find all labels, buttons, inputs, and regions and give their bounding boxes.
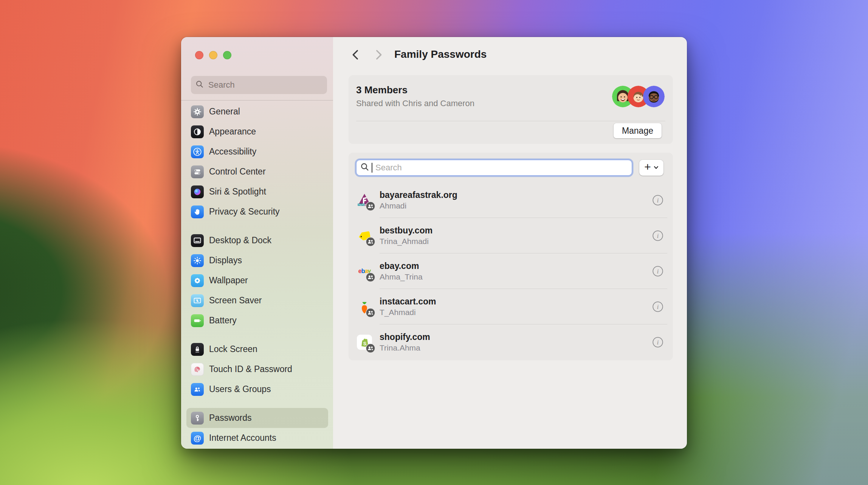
passwords-toolbar: + xyxy=(349,153,673,182)
chevron-down-icon xyxy=(654,165,659,170)
sidebar-item-passwords[interactable]: Passwords xyxy=(186,408,328,428)
gear-icon xyxy=(191,105,204,118)
sidebar-item-appearance[interactable]: Appearance xyxy=(186,122,328,142)
shopify-favicon: S xyxy=(357,335,372,350)
page-title: Family Passwords xyxy=(394,48,487,60)
info-icon[interactable]: i xyxy=(652,195,663,206)
sidebar-group: Desktop & Dock Displays Wallpaper xyxy=(186,230,328,331)
forward-button[interactable] xyxy=(374,49,384,60)
shared-users-badge-icon xyxy=(366,201,375,211)
sidebar-item-siri[interactable]: Siri & Spotlight xyxy=(186,182,328,202)
bestbuy-tag-favicon xyxy=(357,228,372,243)
back-button[interactable] xyxy=(350,49,360,60)
username: Trina_Ahmadi xyxy=(380,237,432,246)
sidebar-item-label: Users & Groups xyxy=(209,384,271,394)
info-icon[interactable]: i xyxy=(652,230,663,241)
password-row[interactable]: ebay ebay.com Ahma_Trina i xyxy=(349,253,673,289)
username: T_Ahmadi xyxy=(380,308,436,317)
sidebar-search-field[interactable] xyxy=(191,76,327,94)
password-row[interactable]: FasTrak bayareafastrak.org Ahmadi i xyxy=(349,182,673,218)
displays-sun-icon xyxy=(191,254,204,267)
wallpaper-flower-icon xyxy=(191,274,204,287)
main-panel: Family Passwords 3 Members Shared with C… xyxy=(333,37,687,449)
sidebar-item-internet-accounts[interactable]: @ Internet Accounts xyxy=(186,428,328,448)
shared-users-badge-icon xyxy=(366,343,375,353)
members-card-divider xyxy=(356,121,665,121)
site-name: bayareafastrak.org xyxy=(380,190,457,200)
close-button[interactable] xyxy=(195,51,203,59)
sidebar-item-label: Siri & Spotlight xyxy=(209,187,266,197)
sidebar-group: General Appearance Accessibility xyxy=(186,102,328,222)
shared-users-badge-icon xyxy=(366,308,375,318)
sidebar: General Appearance Accessibility xyxy=(181,37,333,449)
plus-icon: + xyxy=(644,161,651,173)
sidebar-item-desktop-dock[interactable]: Desktop & Dock xyxy=(186,230,328,250)
users-icon xyxy=(191,383,204,396)
password-row[interactable]: instacart.com T_Ahmadi i xyxy=(349,289,673,324)
username: Ahma_Trina xyxy=(380,272,423,281)
screen-saver-icon xyxy=(191,294,204,307)
sidebar-item-battery[interactable]: Battery xyxy=(186,310,328,331)
username: Trina.Ahma xyxy=(380,343,430,352)
sidebar-item-wallpaper[interactable]: Wallpaper xyxy=(186,270,328,290)
desktop-dock-icon xyxy=(191,234,204,247)
ebay-favicon: ebay xyxy=(357,264,372,279)
info-icon[interactable]: i xyxy=(652,301,663,312)
manage-button[interactable]: Manage xyxy=(614,123,662,138)
sidebar-group: Passwords @ Internet Accounts xyxy=(186,408,328,448)
sidebar-item-touch-id[interactable]: Touch ID & Password xyxy=(186,359,328,379)
password-row[interactable]: S shopify.com Trina.Ahma i xyxy=(349,324,673,360)
sidebar-item-general[interactable]: General xyxy=(186,102,328,122)
lock-icon xyxy=(191,343,204,356)
fingerprint-icon xyxy=(191,363,204,376)
title-bar: Family Passwords xyxy=(333,37,687,73)
zoom-button[interactable] xyxy=(223,51,231,59)
svg-text:i: i xyxy=(657,233,659,239)
info-icon[interactable]: i xyxy=(652,337,663,348)
siri-icon xyxy=(191,185,204,198)
shared-users-badge-icon xyxy=(366,272,375,282)
sidebar-item-displays[interactable]: Displays xyxy=(186,250,328,270)
sidebar-item-privacy[interactable]: Privacy & Security xyxy=(186,202,328,222)
sidebar-item-label: Touch ID & Password xyxy=(209,364,292,374)
passwords-card: + FasTrak bayareafastr xyxy=(349,153,673,360)
sidebar-item-label: Privacy & Security xyxy=(209,207,280,217)
username: Ahmadi xyxy=(380,201,457,210)
password-row[interactable]: bestbuy.com Trina_Ahmadi i xyxy=(349,218,673,253)
svg-text:i: i xyxy=(657,268,659,275)
sidebar-item-label: Control Center xyxy=(209,167,266,177)
site-name: ebay.com xyxy=(380,261,423,271)
password-entry-text: shopify.com Trina.Ahma xyxy=(380,332,430,352)
info-icon[interactable]: i xyxy=(652,266,663,277)
svg-text:i: i xyxy=(657,304,659,310)
password-entry-text: bestbuy.com Trina_Ahmadi xyxy=(380,226,432,246)
member-avatars xyxy=(612,86,665,107)
sidebar-item-control-center[interactable]: Control Center xyxy=(186,162,328,182)
svg-text:i: i xyxy=(657,197,659,204)
privacy-hand-icon xyxy=(191,205,204,218)
site-name: shopify.com xyxy=(380,332,430,342)
site-name: bestbuy.com xyxy=(380,226,432,236)
members-count: 3 Members xyxy=(356,84,408,96)
add-password-button[interactable]: + xyxy=(639,160,663,176)
minimize-button[interactable] xyxy=(209,51,217,59)
members-card: 3 Members Shared with Chris and Cameron … xyxy=(349,75,673,144)
sidebar-search-input[interactable] xyxy=(208,80,317,90)
desktop-wallpaper: General Appearance Accessibility xyxy=(0,0,868,485)
passwords-search-field[interactable] xyxy=(356,160,632,176)
battery-icon xyxy=(191,314,204,327)
sidebar-item-label: Lock Screen xyxy=(209,344,257,354)
sidebar-item-screen-saver[interactable]: Screen Saver xyxy=(186,290,328,310)
sidebar-nav: General Appearance Accessibility xyxy=(186,102,328,448)
members-subtitle: Shared with Chris and Cameron xyxy=(356,99,474,108)
sidebar-item-label: Accessibility xyxy=(209,147,256,157)
sidebar-item-lock-screen[interactable]: Lock Screen xyxy=(186,339,328,359)
sidebar-item-users-groups[interactable]: Users & Groups xyxy=(186,379,328,399)
sidebar-item-accessibility[interactable]: Accessibility xyxy=(186,142,328,162)
key-icon xyxy=(191,412,204,425)
sidebar-item-label: Internet Accounts xyxy=(209,433,276,443)
passwords-search-input[interactable] xyxy=(375,162,628,173)
text-cursor xyxy=(372,163,372,173)
search-icon xyxy=(195,80,204,90)
avatar-man xyxy=(643,86,665,107)
